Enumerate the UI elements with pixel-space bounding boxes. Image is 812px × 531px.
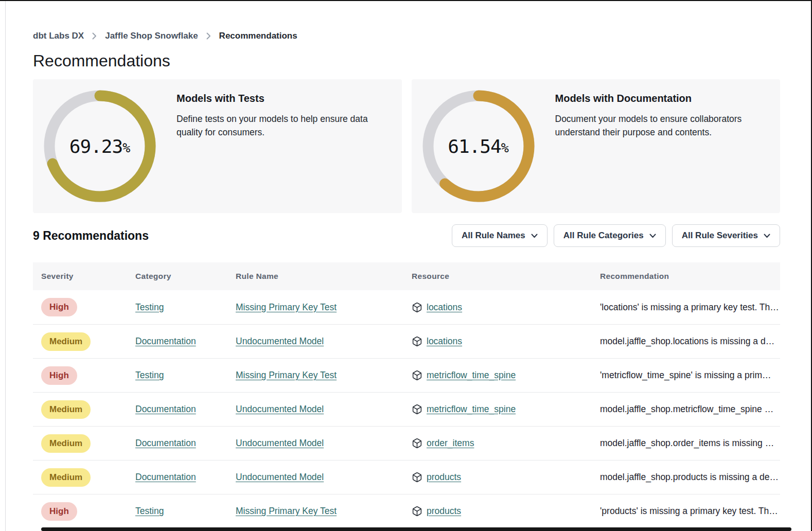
rule-name-link[interactable]: Undocumented Model (236, 472, 324, 482)
recommendation-text: 'locations' is missing a primary key tes… (600, 302, 780, 313)
models-with-documentation-card: 61.54% Models with Documentation Documen… (412, 79, 781, 213)
resource-link[interactable]: locations (427, 302, 462, 313)
resource-link[interactable]: order_items (427, 438, 474, 449)
recommendation-text: model.jaffle_shop.products is missing a … (600, 472, 780, 483)
model-cube-icon (412, 438, 422, 449)
severity-badge: Medium (41, 468, 91, 487)
page-title: Recommendations (33, 50, 780, 71)
table-row: High Testing Missing Primary Key Test me… (33, 358, 780, 392)
model-cube-icon (412, 506, 422, 517)
model-cube-icon (412, 370, 422, 381)
card-title: Models with Tests (176, 93, 386, 104)
main-content: dbt Labs DX Jaffle Shop Snowflake Recomm… (33, 1, 780, 528)
column-header-rule-name: Rule Name (236, 272, 412, 281)
tests-percent-label: 69.23% (44, 90, 156, 202)
chevron-down-icon (649, 234, 656, 238)
resource-link[interactable]: metricflow_time_spine (427, 404, 516, 415)
table-header-row: Severity Category Rule Name Resource Rec… (33, 262, 780, 290)
chevron-down-icon (531, 234, 538, 238)
rule-name-link[interactable]: Missing Primary Key Test (236, 370, 337, 380)
recommendations-table: Severity Category Rule Name Resource Rec… (33, 262, 780, 528)
chevron-right-icon (206, 32, 211, 40)
table-row: Medium Documentation Undocumented Model … (33, 392, 780, 426)
filter-buttons: All Rule Names All Rule Categories All R… (452, 224, 780, 247)
recommendation-text: model.jaffle_shop.metricflow_time_spine … (600, 404, 780, 415)
left-panel-divider (5, 1, 6, 531)
rule-name-link[interactable]: Undocumented Model (236, 438, 324, 448)
resource-link[interactable]: locations (427, 336, 462, 347)
severity-badge: Medium (41, 400, 91, 419)
card-title: Models with Documentation (555, 93, 757, 104)
table-row: Medium Documentation Undocumented Model … (33, 324, 780, 358)
recommendation-text: model.jaffle_shop.order_items is missing… (600, 438, 780, 449)
category-link[interactable]: Testing (135, 370, 164, 380)
breadcrumb-item-project[interactable]: dbt Labs DX (33, 31, 84, 41)
filter-dropdown[interactable]: All Rule Severities (672, 224, 780, 247)
rule-name-link[interactable]: Undocumented Model (236, 336, 324, 346)
column-header-category: Category (135, 272, 236, 281)
metric-cards: 69.23% Models with Tests Define tests on… (33, 79, 780, 213)
table-row: Medium Documentation Undocumented Model … (33, 426, 780, 460)
recommendation-text: 'metricflow_time_spine' is missing a pri… (600, 370, 780, 381)
model-cube-icon (412, 472, 422, 483)
models-with-tests-card: 69.23% Models with Tests Define tests on… (33, 79, 402, 213)
resource-link[interactable]: metricflow_time_spine (427, 370, 516, 381)
category-link[interactable]: Documentation (135, 404, 196, 414)
rule-name-link[interactable]: Undocumented Model (236, 404, 324, 414)
severity-badge: High (41, 298, 77, 316)
severity-badge: Medium (41, 332, 91, 351)
recommendations-toolbar: 9 Recommendations All Rule Names All Rul… (33, 224, 780, 247)
window-bottom-edge (41, 527, 791, 531)
breadcrumb-item-environment[interactable]: Jaffle Shop Snowflake (105, 31, 198, 41)
recommendation-text: model.jaffle_shop.locations is missing a… (600, 336, 780, 347)
table-row: High Testing Missing Primary Key Test lo… (33, 290, 780, 324)
breadcrumb-item-current: Recommendations (219, 31, 297, 41)
breadcrumb: dbt Labs DX Jaffle Shop Snowflake Recomm… (33, 1, 780, 41)
model-cube-icon (412, 302, 422, 313)
resource-link[interactable]: products (427, 506, 461, 517)
card-description: Define tests on your models to help ensu… (176, 112, 386, 139)
tests-donut-chart: 69.23% (44, 90, 156, 202)
severity-badge: Medium (41, 434, 91, 453)
model-cube-icon (412, 336, 422, 347)
documentation-percent-label: 61.54% (422, 90, 535, 202)
category-link[interactable]: Documentation (135, 438, 196, 448)
category-link[interactable]: Documentation (135, 336, 196, 346)
documentation-donut-chart: 61.54% (422, 90, 535, 202)
table-row: High Testing Missing Primary Key Test pr… (33, 494, 780, 528)
category-link[interactable]: Documentation (135, 472, 196, 482)
resource-link[interactable]: products (427, 472, 461, 483)
recommendations-count: 9 Recommendations (33, 229, 149, 243)
severity-badge: High (41, 366, 77, 385)
column-header-resource: Resource (412, 272, 600, 281)
category-link[interactable]: Testing (135, 302, 164, 312)
recommendation-text: 'products' is missing a primary key test… (600, 506, 780, 517)
chevron-down-icon (764, 234, 770, 238)
table-row: Medium Documentation Undocumented Model … (33, 460, 780, 494)
column-header-severity: Severity (41, 272, 135, 281)
column-header-recommendation: Recommendation (600, 272, 780, 281)
filter-dropdown[interactable]: All Rule Names (452, 224, 548, 247)
chevron-right-icon (92, 32, 97, 40)
table-body: High Testing Missing Primary Key Test lo… (33, 290, 780, 528)
severity-badge: High (41, 502, 77, 521)
rule-name-link[interactable]: Missing Primary Key Test (236, 506, 337, 516)
category-link[interactable]: Testing (135, 506, 164, 516)
filter-dropdown[interactable]: All Rule Categories (554, 224, 666, 247)
app-window: dbt Labs DX Jaffle Shop Snowflake Recomm… (0, 0, 812, 531)
model-cube-icon (412, 404, 422, 415)
card-description: Document your models to ensure collabora… (555, 112, 757, 139)
rule-name-link[interactable]: Missing Primary Key Test (236, 302, 337, 312)
